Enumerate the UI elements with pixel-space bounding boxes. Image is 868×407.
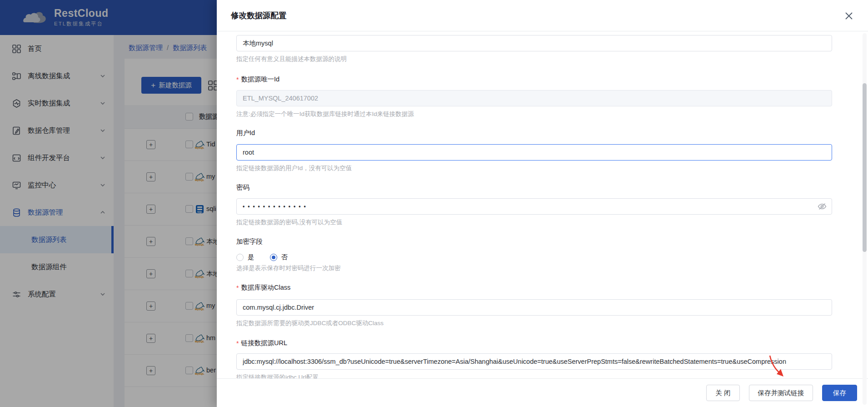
radio-no[interactable]: 否 xyxy=(270,253,288,261)
modal-overlay[interactable] xyxy=(0,0,217,407)
radio-yes[interactable]: 是 xyxy=(236,253,254,261)
field-label-driver-class: * 数据库驱动Class xyxy=(236,283,832,292)
datasource-name-input[interactable] xyxy=(236,35,832,51)
field-help: 指定数据源所需要的驱动类JDBC或者ODBC驱动Class xyxy=(236,319,832,327)
encrypt-radio-group: 是 否 xyxy=(236,253,832,261)
drawer-footer: 关 闭 保存并测试链接 保存 xyxy=(217,378,868,407)
drawer-body: 指定任何有意义且能描述本数据源的说明 * 数据源唯一Id 注意:必须指定一个唯一… xyxy=(217,31,860,378)
driver-class-input[interactable] xyxy=(236,299,832,316)
field-label-user-id: 用户Id xyxy=(236,129,832,137)
field-help: 选择是表示保存时对密码进行一次加密 xyxy=(236,264,832,272)
field-label-password: 密码 xyxy=(236,183,832,192)
close-button[interactable]: 关 闭 xyxy=(706,385,739,401)
required-asterisk: * xyxy=(236,76,239,83)
field-label-unique-id: * 数据源唯一Id xyxy=(236,75,832,84)
password-input[interactable] xyxy=(236,198,832,215)
eye-off-icon[interactable] xyxy=(818,202,827,211)
radio-circle xyxy=(270,254,277,261)
radio-circle xyxy=(236,254,244,261)
unique-id-input xyxy=(236,90,832,106)
user-id-input[interactable] xyxy=(236,144,832,161)
close-icon[interactable] xyxy=(845,12,853,20)
field-label-encrypt: 加密字段 xyxy=(236,237,832,246)
save-and-test-button[interactable]: 保存并测试链接 xyxy=(749,385,813,401)
required-asterisk: * xyxy=(236,284,239,291)
field-help: 指定链接数据源的密码,没有可以为空值 xyxy=(236,218,832,226)
app-root: RestCloud ETL数据集成平台 首页 离线数据集成 实时数据集成 数据仓… xyxy=(0,0,868,407)
field-help: 指定链接数据源的用户Id，没有可以为空值 xyxy=(236,164,832,172)
drawer-scrollbar-thumb[interactable] xyxy=(863,83,867,252)
drawer-title: 修改数据源配置 xyxy=(231,10,287,21)
edit-datasource-drawer: 修改数据源配置 指定任何有意义且能描述本数据源的说明 * 数据源唯一Id 注意:… xyxy=(217,0,868,407)
field-help: 指定链接数据源的jdbc Url配置 xyxy=(236,373,832,378)
field-help: 指定任何有意义且能描述本数据源的说明 xyxy=(236,55,832,63)
save-button[interactable]: 保存 xyxy=(822,385,857,401)
field-help: 注意:必须指定一个唯一Id获取数据库链接时通过本Id来链接数据源 xyxy=(236,110,832,118)
jdbc-url-input[interactable] xyxy=(236,353,832,370)
required-asterisk: * xyxy=(236,340,239,347)
drawer-header: 修改数据源配置 xyxy=(217,0,868,31)
field-label-jdbc-url: * 链接数据源URL xyxy=(236,339,832,347)
